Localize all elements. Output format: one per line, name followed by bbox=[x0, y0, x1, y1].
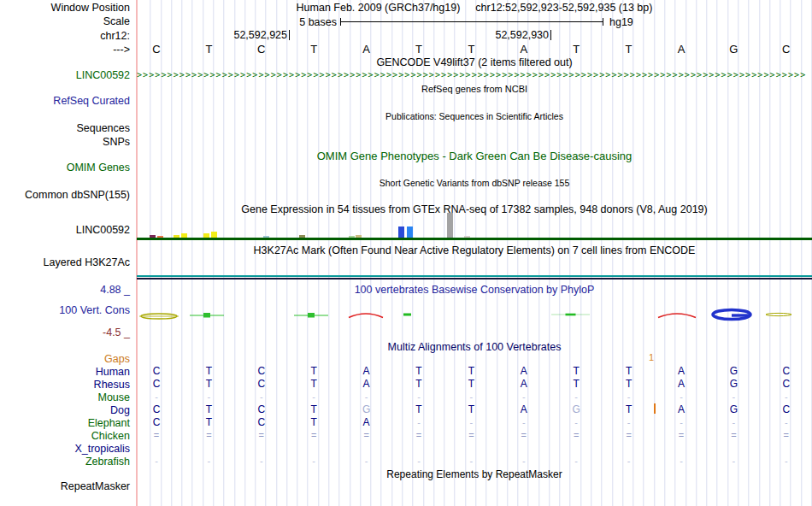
align-chicken-col13: = bbox=[784, 430, 789, 440]
align-mouse-col5: - bbox=[365, 391, 368, 402]
align-elephant-col12: - bbox=[733, 417, 736, 427]
track-label-omim-genes[interactable]: OMIM Genes bbox=[67, 162, 130, 174]
align-zebrafish-col4: - bbox=[312, 456, 315, 466]
align-human-col9: T bbox=[574, 366, 580, 376]
cons-mark-4 bbox=[349, 314, 383, 318]
track-title-repeating-elements-by-repeatmasker[interactable]: Repeating Elements by RepeatMasker bbox=[137, 468, 812, 480]
track-label-linc00592[interactable]: LINC00592 bbox=[76, 224, 130, 236]
track-title-multiz-alignments-of-100-vertebrates[interactable]: Multiz Alignments of 100 Vertebrates bbox=[137, 341, 812, 353]
align-mouse-col10: - bbox=[627, 391, 631, 402]
align-chicken-col11: = bbox=[679, 430, 684, 440]
track-title-short-genetic-variants-from-dbsnp-releas[interactable]: Short Genetic Variants from dbSNP releas… bbox=[137, 177, 812, 189]
align-zebrafish-col2: - bbox=[208, 456, 211, 466]
align-elephant-col3: C bbox=[257, 417, 265, 427]
align-chicken-col8: = bbox=[521, 430, 527, 440]
track-title-refseq-genes-from-ncbi[interactable]: RefSeq genes from NCBI bbox=[137, 83, 812, 95]
track-label-scale[interactable]: Scale bbox=[103, 15, 130, 27]
align-rhesus-col1: C bbox=[153, 379, 161, 389]
align-zebrafish-col12: - bbox=[733, 456, 736, 466]
track-label-layered-h3k27ac[interactable]: Layered H3K27Ac bbox=[44, 256, 130, 268]
align-rhesus-col8: A bbox=[521, 379, 527, 389]
track-title-gencode-v49lift37-2-items-filtered-out[interactable]: GENCODE V49lift37 (2 items filtered out) bbox=[137, 56, 812, 68]
track-label-x-tropicalis[interactable]: X_tropicalis bbox=[74, 443, 130, 455]
align-chicken-col7: = bbox=[468, 430, 474, 440]
track-label-dog[interactable]: Dog bbox=[110, 404, 130, 416]
align-rhesus-col12: G bbox=[730, 379, 738, 389]
align-rhesus-col3: C bbox=[257, 379, 265, 389]
track-label-repeatmasker[interactable]: RepeatMasker bbox=[61, 480, 130, 492]
cons-mark-3 bbox=[308, 313, 315, 318]
align-human-col6: T bbox=[415, 366, 421, 376]
track-title-100-vertebrates-basewise-conservation-by[interactable]: 100 vertebrates Basewise Conservation by… bbox=[137, 284, 812, 296]
align-dog-col7: T bbox=[468, 404, 474, 415]
track-label-elephant[interactable]: Elephant bbox=[88, 417, 130, 429]
align-mouse-col7: - bbox=[470, 391, 474, 402]
align-rhesus-col6: T bbox=[415, 379, 421, 389]
track-title-h3k27ac-mark-often-found-near-active-reg[interactable]: H3K27Ac Mark (Often Found Near Active Re… bbox=[137, 244, 812, 256]
align-mouse-col8: - bbox=[522, 391, 526, 402]
align-chicken-col5: = bbox=[363, 430, 368, 440]
track-label-4-5[interactable]: -4.5 _ bbox=[103, 327, 130, 338]
track-label-common-dbsnp-155[interactable]: Common dbSNP(155) bbox=[25, 189, 130, 201]
align-dog-col5: G bbox=[362, 404, 370, 415]
window-position-header: Human Feb. 2009 (GRCh37/hg19) chr12:52,5… bbox=[137, 2, 812, 14]
align-chicken-col6: = bbox=[416, 430, 421, 440]
align-elephant-col5: A bbox=[363, 417, 370, 427]
align-elephant-col6: - bbox=[417, 417, 421, 427]
phylop-conservation-wiggle[interactable] bbox=[137, 306, 812, 328]
ruler-tick-52592925: 52,592,925 bbox=[233, 30, 290, 40]
base-12-G: G bbox=[729, 44, 738, 55]
align-zebrafish-col10: - bbox=[627, 456, 631, 466]
align-human-col13: C bbox=[782, 366, 790, 376]
cons-mark-7 bbox=[658, 314, 696, 318]
align-elephant-col2: T bbox=[206, 417, 212, 427]
align-dog-col13: C bbox=[782, 404, 790, 415]
track-label-refseq-curated[interactable]: RefSeq Curated bbox=[53, 95, 130, 107]
track-label-mouse[interactable]: Mouse bbox=[97, 391, 130, 403]
base-9-T: T bbox=[573, 44, 580, 55]
align-mouse-col2: - bbox=[208, 391, 211, 402]
align-human-col11: A bbox=[678, 366, 685, 376]
track-title-gene-expression-in-54-tissues-from-gtex-[interactable]: Gene Expression in 54 tissues from GTEx … bbox=[137, 203, 812, 215]
align-rhesus-col2: T bbox=[206, 379, 212, 389]
align-elephant-col7: - bbox=[470, 417, 474, 427]
track-label-human[interactable]: Human bbox=[96, 366, 130, 378]
align-dog-col8: A bbox=[521, 404, 527, 415]
track-label-rhesus[interactable]: Rhesus bbox=[94, 379, 130, 391]
track-title-omim-gene-phenotypes-dark-green-can-be-d[interactable]: OMIM Gene Phenotypes - Dark Green Can Be… bbox=[137, 150, 812, 162]
align-dog-col11: A bbox=[678, 404, 685, 415]
track-label-sequences[interactable]: Sequences bbox=[76, 122, 130, 134]
track-title-publications-sequences-in-scientific-art[interactable]: Publications: Sequences in Scientific Ar… bbox=[137, 110, 812, 122]
align-elephant-col10: - bbox=[627, 417, 631, 427]
align-mouse-col11: - bbox=[680, 391, 683, 402]
cons-mark-2 bbox=[203, 313, 210, 318]
track-label-snps[interactable]: SNPs bbox=[103, 136, 130, 148]
align-zebrafish-col11: - bbox=[680, 456, 683, 466]
track-label-100-vert-cons[interactable]: 100 Vert. Cons bbox=[59, 304, 130, 316]
align-dog-col10: T bbox=[626, 404, 632, 415]
align-dog-col12: G bbox=[730, 404, 738, 415]
align-rhesus-col5: A bbox=[363, 379, 370, 389]
scale-bracket bbox=[340, 18, 603, 26]
track-label-gaps[interactable]: Gaps bbox=[104, 353, 130, 365]
align-zebrafish-col5: - bbox=[365, 456, 368, 466]
track-label-[interactable]: ---> bbox=[113, 44, 130, 56]
base-4-T: T bbox=[310, 44, 317, 55]
track-label-window-position[interactable]: Window Position bbox=[51, 2, 130, 14]
gencode-gene-strand-arrows[interactable]: >>>>>>>>>>>>>>>>>>>>>>>>>>>>>>>>>>>>>>>>… bbox=[137, 70, 812, 80]
track-label-linc00592[interactable]: LINC00592 bbox=[76, 69, 130, 81]
align-zebrafish-col13: - bbox=[785, 456, 788, 466]
track-label-4-88[interactable]: 4.88 _ bbox=[100, 284, 130, 296]
track-label-chr12[interactable]: chr12: bbox=[100, 30, 130, 42]
align-mouse-col3: - bbox=[260, 391, 263, 402]
align-chicken-col3: = bbox=[259, 430, 264, 440]
track-label-zebrafish[interactable]: Zebrafish bbox=[85, 456, 130, 468]
align-chicken-col9: = bbox=[574, 430, 579, 440]
align-zebrafish-col3: - bbox=[260, 456, 263, 466]
gtex-gene-model-line[interactable] bbox=[137, 238, 812, 240]
cons-mark-9 bbox=[766, 313, 791, 315]
gtex-bar-11 bbox=[398, 227, 404, 238]
align-zebrafish-col1: - bbox=[155, 456, 158, 466]
align-zebrafish-col8: - bbox=[522, 456, 526, 466]
track-label-chicken[interactable]: Chicken bbox=[91, 430, 130, 442]
